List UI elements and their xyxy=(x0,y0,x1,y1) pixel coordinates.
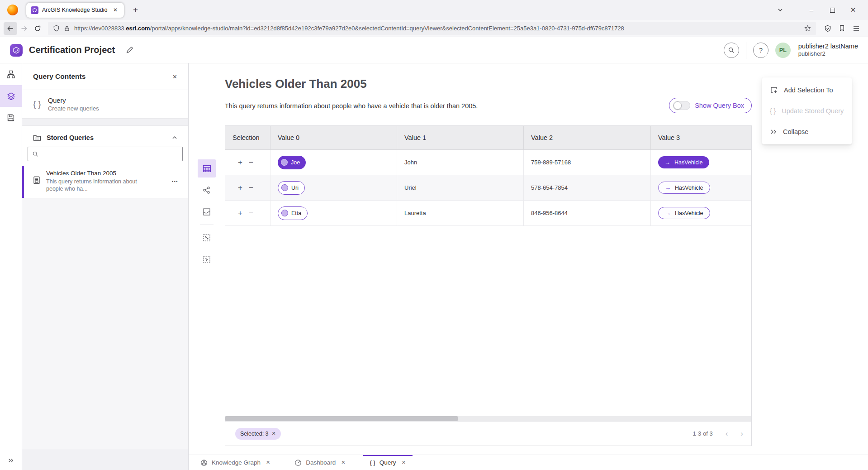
column-header-value0: Value 0 xyxy=(270,126,397,149)
folder-icon xyxy=(33,134,41,142)
edit-pencil-icon[interactable] xyxy=(126,46,133,54)
panel-empty-area xyxy=(22,198,188,449)
scrollbar-thumb[interactable] xyxy=(225,416,458,421)
search-icon xyxy=(32,151,38,157)
arrow-right-icon: → xyxy=(665,210,671,216)
braces-icon: { } xyxy=(33,99,41,109)
tab-close-icon[interactable]: ✕ xyxy=(341,460,345,465)
sidebar-item-contents-layers[interactable] xyxy=(0,85,22,107)
tab-close-icon[interactable]: ✕ xyxy=(402,460,406,465)
arcgis-favicon xyxy=(31,6,38,14)
panel-close-icon[interactable]: ✕ xyxy=(172,73,177,80)
collapse-chevron-up-icon[interactable] xyxy=(172,135,177,140)
browser-tab[interactable]: ArcGIS Knowledge Studio ✕ xyxy=(26,3,124,18)
window-close-button[interactable]: ✕ xyxy=(843,0,863,20)
menu-item-update-stored-query: { } Update Stored Query xyxy=(762,101,852,121)
user-username: publisher2 xyxy=(798,50,858,58)
entity-pill[interactable]: Joe xyxy=(278,156,306,169)
next-page-icon[interactable]: › xyxy=(740,430,743,437)
pagination-label: 1-3 of 3 xyxy=(693,430,713,437)
clear-selection-icon[interactable]: ✕ xyxy=(272,431,276,436)
menu-item-collapse[interactable]: Collapse xyxy=(762,121,852,142)
knowledge-studio-logo xyxy=(10,44,23,57)
lock-icon[interactable] xyxy=(64,25,70,32)
bookmarks-library-icon[interactable] xyxy=(839,25,845,32)
braces-icon: { } xyxy=(770,107,776,115)
arrow-right-icon: → xyxy=(665,184,671,191)
add-selection-to-icon xyxy=(770,86,778,94)
stored-queries-search xyxy=(28,147,183,161)
entity-dot-icon xyxy=(281,159,288,166)
list-tabs-chevron-icon[interactable] xyxy=(778,7,783,13)
bookmark-star-icon[interactable] xyxy=(804,25,811,32)
tab-knowledge-graph[interactable]: Knowledge Graph ✕ xyxy=(194,455,277,470)
minimize-button[interactable]: – xyxy=(801,0,822,20)
column-header-value2: Value 2 xyxy=(524,126,651,149)
tab-dashboard[interactable]: Dashboard ✕ xyxy=(288,455,352,470)
add-to-selection-icon[interactable]: + xyxy=(238,184,242,192)
new-query-item[interactable]: { } Query Create new queries xyxy=(22,90,188,119)
selection-box-button[interactable] xyxy=(198,250,216,269)
table-view-button[interactable] xyxy=(198,159,216,177)
menu-hamburger-icon[interactable] xyxy=(853,25,860,32)
query-results-table: Selection Value 0 Value 1 Value 2 Value … xyxy=(225,125,752,446)
toggle-switch[interactable] xyxy=(673,101,690,110)
new-tab-button[interactable]: + xyxy=(130,5,141,15)
remove-from-selection-icon[interactable]: − xyxy=(249,184,253,192)
previous-page-icon[interactable]: ‹ xyxy=(726,430,728,437)
relationship-pill[interactable]: →HasVehicle xyxy=(658,207,710,219)
entity-pill[interactable]: Etta xyxy=(278,206,308,220)
entity-pill[interactable]: Uri xyxy=(278,181,305,195)
remove-from-selection-icon[interactable]: − xyxy=(249,209,253,217)
maximize-button[interactable] xyxy=(822,0,843,20)
panel-title: Query Contents xyxy=(33,72,85,81)
dashboard-gauge-icon xyxy=(294,459,302,466)
relationship-pill[interactable]: →HasVehicle xyxy=(658,182,710,194)
page-description: This query returns information about peo… xyxy=(225,102,478,110)
url-bar[interactable]: https://dev0028833.esri.com/portal/apps/… xyxy=(48,22,816,35)
show-query-box-toggle[interactable]: Show Query Box xyxy=(669,98,752,113)
pocket-shield-icon[interactable] xyxy=(824,25,831,32)
tracking-protection-shield-icon[interactable] xyxy=(53,25,60,32)
select-graph-button[interactable] xyxy=(198,229,216,247)
back-button[interactable] xyxy=(4,22,17,35)
link-chart-view-button[interactable] xyxy=(198,181,216,199)
help-button[interactable]: ? xyxy=(753,43,768,58)
entity-dot-icon xyxy=(281,184,288,191)
stored-query-description: This query returns information about peo… xyxy=(46,178,140,192)
remove-from-selection-icon[interactable]: − xyxy=(249,158,253,166)
cell-value2: 759-889-57168 xyxy=(524,150,651,175)
add-to-selection-icon[interactable]: + xyxy=(238,209,242,217)
relationship-pill[interactable]: →HasVehicle xyxy=(658,156,709,168)
stored-query-item[interactable]: Vehicles Older Than 2005 This query retu… xyxy=(22,166,188,198)
menu-item-add-selection-to[interactable]: Add Selection To xyxy=(762,80,852,101)
search-button[interactable] xyxy=(724,43,739,58)
map-view-button[interactable] xyxy=(198,203,216,221)
user-info: publisher2 lastName publisher2 xyxy=(798,42,858,58)
tab-close-icon[interactable]: ✕ xyxy=(111,6,119,14)
expand-rail-button[interactable] xyxy=(0,451,22,470)
cell-value2: 578-654-7854 xyxy=(524,175,651,200)
selected-count-label: Selected: 3 xyxy=(240,431,269,437)
column-header-value1: Value 1 xyxy=(397,126,524,149)
forward-button[interactable] xyxy=(17,22,31,35)
table-row: +− Uri Uriel 578-654-7854 →HasVehicle xyxy=(225,175,751,201)
arrow-right-icon: → xyxy=(664,159,670,166)
app-header: Certification Project ? PL publisher2 la… xyxy=(0,37,868,63)
add-to-selection-icon[interactable]: + xyxy=(238,158,242,166)
url-text[interactable]: https://dev0028833.esri.com/portal/apps/… xyxy=(74,25,800,32)
horizontal-scrollbar[interactable] xyxy=(225,416,751,421)
firefox-icon[interactable] xyxy=(7,5,18,15)
query-viewer-main: Vehicles Older Than 2005 This query retu… xyxy=(189,63,868,455)
section-gap xyxy=(22,119,188,126)
reload-button[interactable] xyxy=(31,22,44,35)
cell-value1: Uriel xyxy=(397,175,524,200)
tab-query[interactable]: { } Query ✕ xyxy=(363,455,413,470)
query-contents-panel: Query Contents ✕ { } Query Create new qu… xyxy=(22,63,189,470)
tab-close-icon[interactable]: ✕ xyxy=(266,460,270,465)
sidebar-item-data-model[interactable] xyxy=(0,63,22,85)
sidebar-item-save[interactable] xyxy=(0,107,22,129)
user-avatar[interactable]: PL xyxy=(775,43,791,58)
more-options-ellipsis-icon[interactable]: ••• xyxy=(172,179,178,184)
stored-queries-search-input[interactable] xyxy=(42,151,178,158)
